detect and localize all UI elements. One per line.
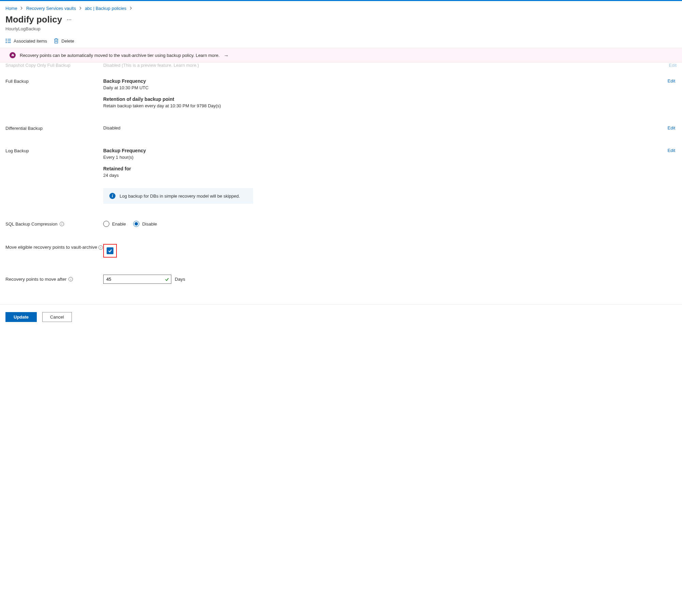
sql-compression-row: SQL Backup Compression i Enable Disable bbox=[5, 204, 677, 227]
info-icon[interactable]: i bbox=[68, 277, 73, 281]
differential-backup-edit-link[interactable]: Edit bbox=[668, 125, 677, 131]
full-backup-retention-label: Retention of daily backup point bbox=[103, 96, 668, 102]
log-backup-edit-link[interactable]: Edit bbox=[668, 148, 677, 204]
snapshot-copy-edit[interactable]: Edit bbox=[669, 63, 677, 65]
chevron-right-icon bbox=[128, 6, 134, 10]
full-backup-freq-label: Backup Frequency bbox=[103, 78, 668, 84]
move-archive-row: Move eligible recovery points to vault-a… bbox=[5, 227, 677, 258]
differential-backup-label: Differential Backup bbox=[5, 125, 103, 131]
page-title: Modify policy bbox=[5, 14, 62, 25]
delete-button[interactable]: Delete bbox=[54, 38, 74, 44]
update-button[interactable]: Update bbox=[5, 312, 37, 322]
full-backup-retention-value: Retain backup taken every day at 10:30 P… bbox=[103, 103, 668, 108]
differential-backup-value: Disabled bbox=[103, 125, 668, 130]
checkmark-icon bbox=[165, 277, 169, 282]
policy-name-subtitle: HourlyLogBackup bbox=[5, 26, 677, 31]
associated-items-label: Associated items bbox=[14, 38, 47, 44]
differential-backup-section: Differential Backup Disabled Edit bbox=[5, 108, 677, 131]
arrow-right-icon: → bbox=[224, 52, 229, 58]
move-after-unit: Days bbox=[175, 277, 185, 282]
command-bar: Associated items Delete bbox=[5, 31, 677, 48]
compression-disable-radio[interactable]: Disable bbox=[133, 221, 157, 227]
move-after-input[interactable] bbox=[103, 275, 171, 284]
full-backup-section: Full Backup Backup Frequency Daily at 10… bbox=[5, 68, 677, 108]
snapshot-copy-row-partial: Snapshot Copy Only Full Backup Disabled … bbox=[5, 63, 677, 68]
chevron-right-icon bbox=[77, 6, 84, 10]
log-backup-freq-label: Backup Frequency bbox=[103, 148, 668, 153]
full-backup-label: Full Backup bbox=[5, 78, 103, 108]
info-icon[interactable]: i bbox=[98, 245, 103, 250]
log-backup-info-text: Log backup for DBs in simple recovery mo… bbox=[120, 194, 240, 199]
move-archive-checkbox[interactable] bbox=[107, 247, 113, 254]
log-backup-section: Log Backup Backup Frequency Every 1 hour… bbox=[5, 131, 677, 204]
log-backup-label: Log Backup bbox=[5, 148, 103, 204]
breadcrumb-home[interactable]: Home bbox=[5, 6, 17, 11]
compression-disable-label: Disable bbox=[142, 221, 157, 227]
compression-enable-label: Enable bbox=[112, 221, 126, 227]
more-menu-button[interactable]: ⋯ bbox=[67, 17, 72, 22]
cancel-button[interactable]: Cancel bbox=[42, 312, 72, 322]
archive-tier-banner[interactable]: Recovery points can be automatically mov… bbox=[0, 48, 682, 63]
log-backup-retained-value: 24 days bbox=[103, 173, 668, 178]
breadcrumb-vaults[interactable]: Recovery Services vaults bbox=[26, 6, 76, 11]
snapshot-copy-label: Snapshot Copy Only Full Backup bbox=[5, 63, 103, 65]
move-archive-label: Move eligible recovery points to vault-a… bbox=[5, 244, 103, 251]
banner-text: Recovery points can be automatically mov… bbox=[20, 53, 220, 58]
footer-bar: Update Cancel bbox=[0, 304, 682, 329]
delete-label: Delete bbox=[61, 38, 74, 44]
trash-icon bbox=[54, 38, 59, 44]
info-icon: i bbox=[109, 193, 115, 199]
move-after-row: Recovery points to move after i Days bbox=[5, 258, 677, 284]
compression-enable-radio[interactable]: Enable bbox=[103, 221, 126, 227]
sql-compression-label: SQL Backup Compression i bbox=[5, 221, 103, 227]
breadcrumb-policies[interactable]: abc | Backup policies bbox=[85, 6, 126, 11]
full-backup-freq-value: Daily at 10:30 PM UTC bbox=[103, 85, 668, 90]
log-backup-retained-label: Retained for bbox=[103, 166, 668, 171]
associated-items-icon bbox=[5, 38, 11, 43]
log-backup-freq-value: Every 1 hour(s) bbox=[103, 155, 668, 160]
full-backup-edit-link[interactable]: Edit bbox=[668, 78, 677, 108]
log-backup-info-box: i Log backup for DBs in simple recovery … bbox=[103, 188, 253, 204]
rocket-icon bbox=[10, 52, 16, 58]
breadcrumb: Home Recovery Services vaults abc | Back… bbox=[5, 1, 677, 14]
chevron-right-icon bbox=[18, 6, 25, 10]
move-after-label: Recovery points to move after i bbox=[5, 277, 103, 282]
snapshot-copy-value: Disabled (This is a preview feature. Lea… bbox=[103, 63, 669, 65]
move-archive-highlight bbox=[103, 244, 117, 258]
info-icon[interactable]: i bbox=[60, 222, 64, 226]
associated-items-button[interactable]: Associated items bbox=[5, 38, 47, 44]
